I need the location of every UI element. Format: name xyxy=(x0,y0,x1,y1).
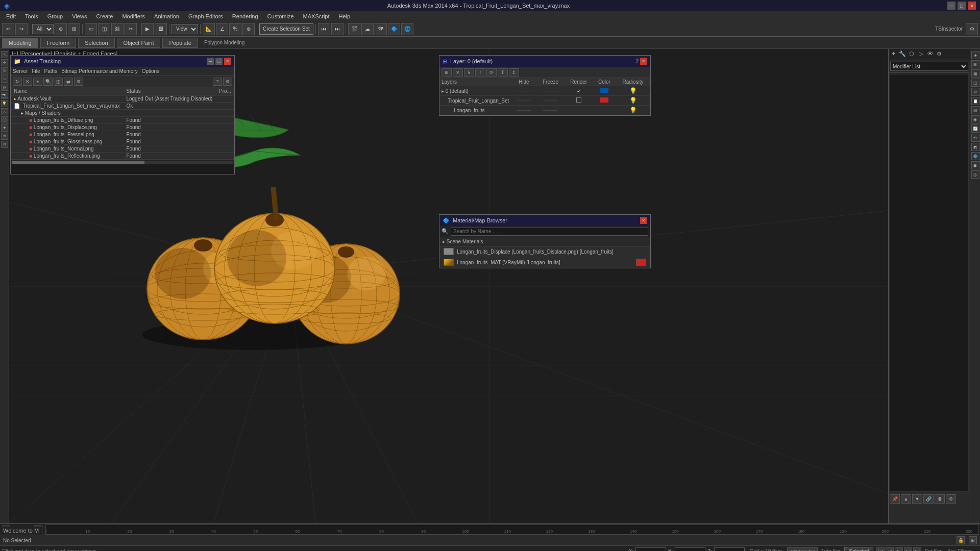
scale-tool[interactable]: ⤡ xyxy=(1,76,8,83)
select-by-name[interactable]: ⊞ xyxy=(969,536,977,544)
geo-tool[interactable]: △ xyxy=(1,108,8,115)
asset-scrollbar[interactable] xyxy=(11,160,234,164)
helper-tool[interactable]: ✚ xyxy=(1,124,8,132)
prev-frame[interactable]: ◀ xyxy=(886,547,894,552)
view-dropdown[interactable]: View xyxy=(172,24,198,34)
table-row[interactable]: ■ Longan_fruits_Fresnel.png Found xyxy=(11,131,234,138)
layer-help[interactable]: ? xyxy=(635,58,639,65)
tab-populate[interactable]: Populate xyxy=(162,38,198,48)
asset-copy[interactable]: ◫ xyxy=(54,78,63,86)
asset-menu-bitmap[interactable]: Bitmap Performance and Memory xyxy=(61,68,138,74)
layer-close[interactable]: ✕ xyxy=(640,58,647,65)
menu-views[interactable]: Views xyxy=(68,12,91,20)
tab-modeling[interactable]: Modeling xyxy=(2,38,38,48)
scrollbar-thumb[interactable] xyxy=(12,161,144,164)
asset-close[interactable]: ✕ xyxy=(224,58,231,65)
layer-btn7[interactable]: ↥ xyxy=(509,68,519,77)
rpanel-tab-modify[interactable]: 🔧 xyxy=(898,49,907,58)
rs-btn-14[interactable]: ◎ xyxy=(971,170,979,179)
env-fx[interactable]: ☁ xyxy=(361,23,374,35)
table-row[interactable]: ■ Longan_fruits_Displace.png Found xyxy=(11,124,234,131)
mat-search-input[interactable] xyxy=(451,228,648,236)
layer-btn3[interactable]: ↳ xyxy=(464,68,474,77)
move-modifier-down[interactable]: ▼ xyxy=(912,494,922,504)
menu-help[interactable]: Help xyxy=(335,12,355,20)
pin-stack[interactable]: 📌 xyxy=(890,494,900,504)
create-selection-button[interactable]: Create Selection Set xyxy=(259,23,313,35)
asset-search[interactable]: 🔍 xyxy=(43,78,53,86)
time-tag-button[interactable]: Add Time Tag xyxy=(787,547,818,552)
rs-btn-8[interactable]: ◉ xyxy=(971,115,979,123)
asset-menu-file[interactable]: File xyxy=(32,68,40,74)
tab-selection[interactable]: Selection xyxy=(78,38,114,48)
rpanel-tab-utilities[interactable]: ⚙ xyxy=(935,49,944,58)
make-unique[interactable]: 🔗 xyxy=(923,494,934,504)
snap-toggle[interactable]: 📐 xyxy=(203,23,215,35)
asset-menu-options[interactable]: Options xyxy=(142,68,159,74)
modifier-list-dropdown[interactable]: Modifier List xyxy=(890,62,968,71)
remove-modifier[interactable]: 🗑 xyxy=(935,494,945,504)
mat-item-displace[interactable]: Longan_fruits_Displace (Longan_fruits_Di… xyxy=(439,246,650,257)
y-coord-input[interactable] xyxy=(675,547,705,552)
table-row[interactable]: ▸ Maps / Shaders xyxy=(11,110,234,117)
select-obj-button[interactable]: ⊕ xyxy=(55,23,67,35)
rs-btn-2[interactable]: ⊞ xyxy=(971,60,979,68)
z-coord-input[interactable] xyxy=(714,547,745,552)
rs-btn-1[interactable]: ◈ xyxy=(971,51,979,59)
play-anim[interactable]: ▶ xyxy=(895,547,903,552)
menu-edit[interactable]: Edit xyxy=(2,12,20,20)
table-row[interactable]: Longan_fruits ──── ──── 💡 xyxy=(439,106,650,115)
layer-btn1[interactable]: ⊞ xyxy=(442,68,452,77)
select-tool[interactable]: ↖ xyxy=(1,51,8,58)
asset-restore[interactable]: □ xyxy=(215,58,223,65)
goto-end[interactable]: ▶| xyxy=(913,547,921,552)
scrollbar-track[interactable] xyxy=(12,161,233,164)
layer-btn6[interactable]: ↧ xyxy=(498,68,508,77)
mat-editor[interactable]: 🔷 xyxy=(388,23,400,35)
link-button[interactable]: ⛓ xyxy=(111,23,124,35)
rs-btn-6[interactable]: 📋 xyxy=(971,97,979,105)
mat-browser-close[interactable]: ✕ xyxy=(640,217,647,224)
unlink-button[interactable]: ✂ xyxy=(125,23,137,35)
space-warp[interactable]: ≋ xyxy=(1,133,8,140)
rs-btn-3[interactable]: ▦ xyxy=(971,69,979,78)
link-tool[interactable]: ⛓ xyxy=(1,84,8,91)
x-coord-input[interactable] xyxy=(635,547,666,552)
asset-menu-server[interactable]: Server xyxy=(13,68,28,74)
asset-path-input[interactable] xyxy=(11,164,234,174)
rotate-tool[interactable]: ↻ xyxy=(1,67,8,74)
close-button[interactable]: ✕ xyxy=(968,2,976,10)
rs-btn-11[interactable]: ◩ xyxy=(971,143,979,151)
asset-help[interactable]: ? xyxy=(213,78,222,86)
asset-settings[interactable]: ⚙ xyxy=(223,78,232,86)
light-tool[interactable]: 💡 xyxy=(1,100,8,107)
rpanel-tab-motion[interactable]: ▷ xyxy=(916,49,925,58)
tab-object-paint[interactable]: Object Paint xyxy=(117,38,161,48)
layer-btn2[interactable]: ✕ xyxy=(453,68,463,77)
scene-explorer[interactable]: 🌐 xyxy=(401,23,413,35)
menu-create[interactable]: Create xyxy=(92,12,117,20)
menu-modifiers[interactable]: Modifiers xyxy=(118,12,149,20)
render-button[interactable]: ▶ xyxy=(141,23,154,35)
mat-item-mat[interactable]: Longan_fruits_MAT (VRayMtl) [Longan_frui… xyxy=(439,257,650,268)
table-row[interactable]: ■ Longan_fruits_Reflection.png Found xyxy=(11,153,234,160)
angle-snap[interactable]: ∠ xyxy=(216,23,228,35)
systems-tool[interactable]: ⚙ xyxy=(1,141,8,148)
table-row[interactable]: ■ Longan_fruits_Glossiness.png Found xyxy=(11,138,234,145)
table-row[interactable]: 📄 Tropical_Fruit_Longan_Set_max_vray.max… xyxy=(11,103,234,110)
render-frame-button[interactable]: 🖼 xyxy=(155,23,167,35)
asset-minimize[interactable]: ─ xyxy=(207,58,214,65)
play2-button[interactable]: ⏭ xyxy=(331,23,344,35)
rs-btn-5[interactable]: ⚙ xyxy=(971,88,979,96)
menu-graph-editors[interactable]: Graph Editors xyxy=(184,12,227,20)
layer-btn4[interactable]: ↑ xyxy=(475,68,485,77)
rpanel-tab-create[interactable]: ✦ xyxy=(889,49,898,58)
maximize-button[interactable]: □ xyxy=(958,2,966,10)
table-row[interactable]: ▸ Autodesk Vault Logged Out (Asset Track… xyxy=(11,95,234,103)
camera-tool[interactable]: 📷 xyxy=(1,92,8,99)
asset-move[interactable]: ⇄ xyxy=(64,78,73,86)
undo-button[interactable]: ↩ xyxy=(2,23,14,35)
lock-selection[interactable]: 🔒 xyxy=(957,536,965,544)
menu-rendering[interactable]: Rendering xyxy=(228,12,262,20)
menu-group[interactable]: Group xyxy=(43,12,67,20)
